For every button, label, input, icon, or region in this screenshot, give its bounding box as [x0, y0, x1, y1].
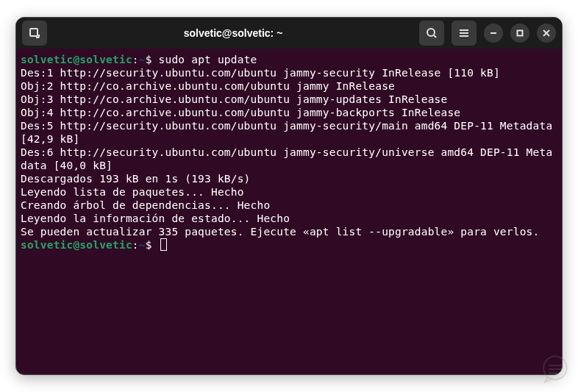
- maximize-icon: [516, 29, 524, 37]
- output-line: Leyendo lista de paquetes... Hecho: [21, 185, 557, 199]
- watermark: [540, 354, 571, 385]
- minimize-icon: [490, 29, 497, 37]
- prompt-path: ~: [139, 54, 146, 65]
- output-line: Creando árbol de dependencias... Hecho: [21, 199, 557, 212]
- close-icon: [543, 29, 550, 37]
- output-line: Se pueden actualizar 335 paquetes. Ejecu…: [21, 225, 557, 238]
- prompt-line-1: solvetic@solvetic:~$ sudo apt update: [21, 53, 557, 66]
- window-title: solvetic@solvetic: ~: [53, 27, 413, 39]
- new-tab-button[interactable]: [22, 21, 47, 46]
- svg-line-4: [434, 35, 436, 38]
- prompt-user: solvetic@solvetic: [21, 54, 132, 65]
- prompt-user: solvetic@solvetic: [21, 239, 132, 251]
- prompt-path: ~: [139, 239, 146, 251]
- command-text: sudo apt update: [159, 54, 257, 65]
- output-line: Des:6 http://security.ubuntu.com/ubuntu …: [21, 146, 557, 172]
- new-tab-icon: [29, 27, 40, 39]
- svg-rect-0: [30, 29, 38, 36]
- search-icon: [426, 27, 438, 39]
- minimize-button[interactable]: [484, 24, 503, 43]
- terminal-content[interactable]: solvetic@solvetic:~$ sudo apt update Des…: [16, 49, 562, 256]
- cursor: [160, 238, 167, 251]
- close-button[interactable]: [537, 24, 556, 43]
- output-line: Obj:2 http://co.archive.ubuntu.com/ubunt…: [21, 79, 557, 93]
- chat-bubble-icon: [540, 354, 571, 385]
- output-line: Des:5 http://security.ubuntu.com/ubuntu …: [21, 119, 557, 146]
- prompt-dollar: $: [146, 54, 152, 65]
- hamburger-icon: [458, 27, 470, 39]
- svg-point-12: [543, 357, 567, 380]
- prompt-colon: :: [132, 54, 139, 65]
- output-line: Descargados 193 kB en 1s (193 kB/s): [21, 172, 557, 185]
- output-line: Obj:3 http://co.archive.ubuntu.com/ubunt…: [21, 93, 557, 106]
- svg-rect-9: [518, 31, 523, 36]
- menu-button[interactable]: [452, 21, 477, 46]
- titlebar-left: [22, 21, 47, 46]
- output-line: Obj:4 http://co.archive.ubuntu.com/ubunt…: [21, 106, 557, 119]
- prompt-colon: :: [132, 239, 139, 251]
- output-line: Des:1 http://security.ubuntu.com/ubuntu …: [21, 66, 557, 79]
- terminal-window: solvetic@solvetic: ~: [15, 17, 563, 375]
- prompt-line-2: solvetic@solvetic:~$: [21, 238, 557, 252]
- maximize-button[interactable]: [510, 24, 529, 43]
- titlebar-right: [419, 21, 556, 46]
- search-button[interactable]: [419, 21, 444, 46]
- titlebar: solvetic@solvetic: ~: [16, 18, 562, 49]
- prompt-dollar: $: [146, 239, 152, 251]
- output-line: Leyendo la información de estado... Hech…: [21, 212, 557, 225]
- svg-point-3: [427, 29, 435, 36]
